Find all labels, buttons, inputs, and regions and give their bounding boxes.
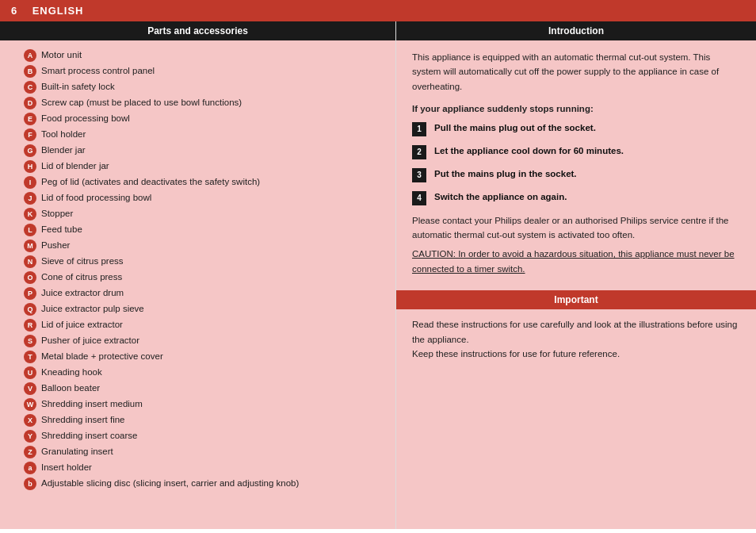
important-line: Read these instructions for use carefull…: [412, 317, 740, 347]
steps-list: 1 Pull the mains plug out of the socket.…: [412, 121, 740, 205]
item-badge: Y: [24, 430, 36, 443]
list-item: M Pusher: [24, 239, 380, 252]
page-number: 6: [11, 5, 17, 17]
list-item: I Peg of lid (activates and deactivates …: [24, 175, 380, 189]
contact-text: Please contact your Philips dealer or an…: [412, 213, 740, 243]
list-item: Z Granulating insert: [24, 445, 380, 458]
important-section-header: Important: [396, 290, 756, 309]
item-text: Lid of blender jar: [41, 159, 380, 172]
list-item: X Shredding insert fine: [24, 413, 380, 427]
list-item: C Built-in safety lock: [24, 80, 380, 94]
list-item: a Insert holder: [24, 461, 380, 474]
list-item: V Balloon beater: [24, 382, 380, 395]
item-text: Stopper: [41, 207, 380, 220]
item-text: Cone of citrus press: [41, 270, 380, 283]
important-section: Important Read these instructions for us…: [396, 290, 756, 369]
list-item: O Cone of citrus press: [24, 270, 380, 284]
item-text: Lid of juice extractor: [41, 318, 380, 331]
list-item: H Lid of blender jar: [24, 159, 380, 173]
item-text: Pusher: [41, 239, 380, 251]
item-badge: A: [24, 49, 36, 62]
list-item: R Lid of juice extractor: [24, 318, 380, 332]
item-text: Adjustable slicing disc (slicing insert,…: [41, 477, 380, 489]
step-number: 3: [412, 168, 426, 182]
item-badge: a: [24, 462, 36, 474]
item-badge: E: [24, 113, 36, 125]
item-text: Balloon beater: [41, 382, 380, 394]
item-text: Juice extractor pulp sieve: [41, 302, 380, 315]
item-badge: G: [24, 144, 36, 157]
item-text: Motor unit: [41, 48, 380, 61]
step-text: Pull the mains plug out of the socket.: [434, 121, 596, 135]
left-panel: Parts and accessories A Motor unit B Sma…: [0, 21, 396, 529]
list-item: G Blender jar: [24, 144, 380, 157]
bold-heading: If your appliance suddenly stops running…: [412, 102, 740, 116]
item-badge: W: [24, 398, 36, 411]
item-badge: C: [24, 81, 36, 94]
item-badge: M: [24, 240, 36, 252]
parts-list: A Motor unit B Smart process control pan…: [0, 40, 395, 500]
list-item: Y Shredding insert coarse: [24, 429, 380, 443]
important-line: Keep these instructions for use for futu…: [412, 347, 740, 361]
item-text: Shredding insert coarse: [41, 429, 380, 442]
item-badge: X: [24, 414, 36, 427]
item-badge: L: [24, 224, 36, 236]
item-text: Lid of food processing bowl: [41, 191, 380, 204]
list-item: W Shredding insert medium: [24, 397, 380, 411]
caution-text: CAUTION: In order to avoid a hazardous s…: [412, 247, 740, 276]
item-badge: V: [24, 382, 36, 395]
page-header: 6 ENGLISH: [0, 0, 756, 21]
item-text: Feed tube: [41, 223, 380, 236]
item-badge: D: [24, 97, 36, 109]
item-badge: Q: [24, 303, 36, 316]
item-badge: B: [24, 65, 36, 78]
list-item: S Pusher of juice extractor: [24, 334, 380, 347]
step-text: Switch the appliance on again.: [434, 190, 567, 204]
list-item: E Food processing bowl: [24, 112, 380, 125]
item-text: Blender jar: [41, 144, 380, 156]
item-badge: J: [24, 192, 36, 205]
item-badge: F: [24, 128, 36, 141]
item-text: Built-in safety lock: [41, 80, 380, 93]
item-badge: N: [24, 255, 36, 268]
item-text: Food processing bowl: [41, 112, 380, 125]
parts-section-header: Parts and accessories: [0, 21, 395, 40]
list-item: T Metal blade + protective cover: [24, 350, 380, 363]
item-text: Smart process control panel: [41, 64, 380, 77]
step-item: 1 Pull the mains plug out of the socket.: [412, 121, 740, 136]
item-badge: b: [24, 477, 36, 490]
intro-section: This appliance is equipped with an autom…: [396, 40, 756, 290]
list-item: B Smart process control panel: [24, 64, 380, 78]
intro-text: This appliance is equipped with an autom…: [412, 50, 740, 94]
item-badge: O: [24, 271, 36, 284]
item-badge: I: [24, 176, 36, 189]
intro-section-header: Introduction: [396, 21, 756, 40]
list-item: J Lid of food processing bowl: [24, 191, 380, 205]
list-item: F Tool holder: [24, 128, 380, 141]
item-text: Kneading hook: [41, 366, 380, 378]
item-badge: R: [24, 319, 36, 332]
item-text: Insert holder: [41, 461, 380, 474]
list-item: A Motor unit: [24, 48, 380, 62]
item-text: Shredding insert medium: [41, 397, 380, 410]
item-badge: Z: [24, 446, 36, 458]
step-item: 2 Let the appliance cool down for 60 min…: [412, 144, 740, 159]
item-text: Sieve of citrus press: [41, 255, 380, 267]
item-badge: S: [24, 335, 36, 347]
item-badge: P: [24, 287, 36, 300]
item-text: Pusher of juice extractor: [41, 334, 380, 347]
step-item: 3 Put the mains plug in the socket.: [412, 167, 740, 182]
item-text: Juice extractor drum: [41, 286, 380, 299]
item-text: Tool holder: [41, 128, 380, 140]
item-badge: H: [24, 160, 36, 173]
list-item: N Sieve of citrus press: [24, 255, 380, 268]
list-item: L Feed tube: [24, 223, 380, 236]
list-item: P Juice extractor drum: [24, 286, 380, 300]
item-badge: U: [24, 366, 36, 379]
step-text: Put the mains plug in the socket.: [434, 167, 577, 181]
item-text: Metal blade + protective cover: [41, 350, 380, 362]
step-item: 4 Switch the appliance on again.: [412, 190, 740, 205]
list-item: Q Juice extractor pulp sieve: [24, 302, 380, 316]
list-item: K Stopper: [24, 207, 380, 220]
list-item: b Adjustable slicing disc (slicing inser…: [24, 477, 380, 490]
